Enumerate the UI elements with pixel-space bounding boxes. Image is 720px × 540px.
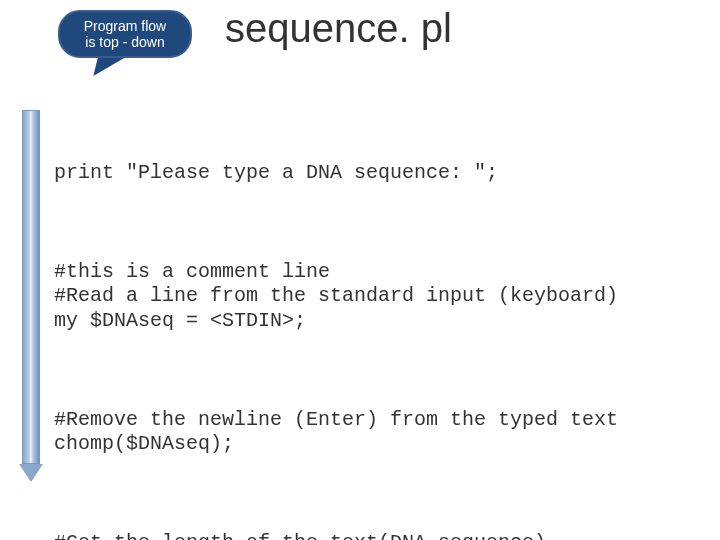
arrow-head-icon <box>19 464 43 482</box>
callout-bubble: Program flow is top - down <box>58 10 192 58</box>
callout-line2: is top - down <box>85 34 164 50</box>
code-block: print "Please type a DNA sequence: "; #t… <box>54 112 618 540</box>
callout-line1: Program flow <box>84 18 166 34</box>
flow-arrow <box>22 110 40 480</box>
code-line-2: #this is a comment line #Read a line fro… <box>54 260 618 333</box>
page-title: sequence. pl <box>225 6 452 51</box>
callout-text: Program flow is top - down <box>84 18 166 50</box>
code-line-4: #Get the length of the text(DNA sequence… <box>54 531 618 540</box>
arrow-body <box>22 110 40 464</box>
code-line-1: print "Please type a DNA sequence: "; <box>54 161 618 185</box>
code-line-3: #Remove the newline (Enter) from the typ… <box>54 408 618 457</box>
